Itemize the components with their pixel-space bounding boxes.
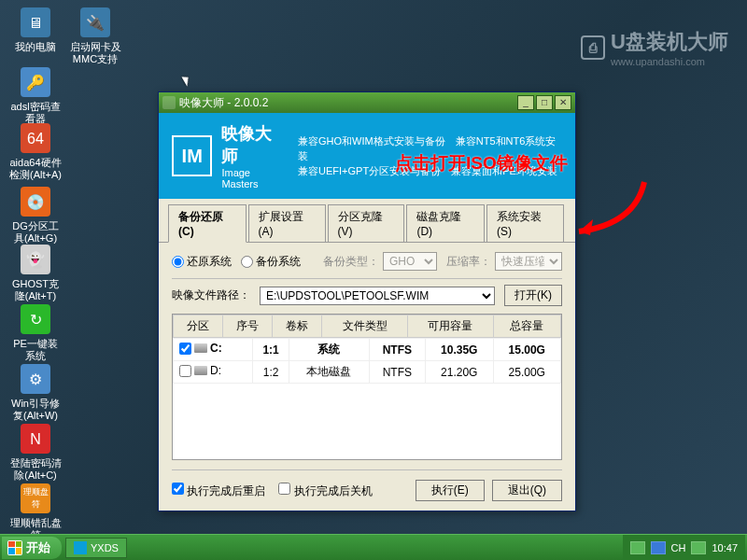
mouse-cursor: [181, 74, 191, 86]
radio-backup[interactable]: 备份系统: [241, 254, 301, 270]
logo-text-cn: 映像大师: [221, 122, 289, 167]
image-path-input[interactable]: E:\UPDSTOOL\PETOOLSF.WIM: [260, 287, 495, 305]
tab[interactable]: 备份还原(C): [168, 204, 247, 243]
maximize-button[interactable]: □: [536, 95, 553, 110]
table-row[interactable]: C:1:1系统NTFS10.35G15.00G: [174, 339, 561, 361]
tray-clock[interactable]: 10:47: [712, 542, 738, 553]
path-label: 映像文件路径：: [172, 287, 250, 303]
windows-logo-icon: [7, 540, 22, 555]
open-button[interactable]: 打开(K): [504, 285, 562, 306]
close-button[interactable]: ✕: [555, 95, 571, 110]
desktop-icon[interactable]: ↻PE一键装系统: [9, 304, 62, 362]
desktop-icon-label: DG分区工具(Alt+G): [9, 220, 62, 245]
compress-select: 快速压缩: [495, 252, 562, 271]
desktop-icon-label: Win引导修复(Alt+W): [9, 398, 62, 422]
exit-button[interactable]: 退出(Q): [492, 480, 562, 501]
desktop-icon[interactable]: 🔌启动网卡及MMC支持: [69, 7, 121, 65]
desktop-icon-glyph: 👻: [21, 245, 50, 274]
backup-type-select: GHO: [383, 252, 437, 271]
desktop-icon[interactable]: 🖥我的电脑: [9, 7, 62, 53]
desktop-icon-glyph: 🔑: [21, 67, 50, 97]
desktop-icon[interactable]: 🔑adsl密码查看器: [9, 67, 62, 125]
desktop-icon[interactable]: 💿DG分区工具(Alt+G): [9, 187, 62, 245]
drive-icon: [194, 343, 207, 353]
watermark: ⎙ U盘装机大师 www.upandashi.com: [581, 28, 728, 67]
tab[interactable]: 分区克隆(V): [328, 204, 405, 242]
tab[interactable]: 磁盘克隆(D): [406, 204, 485, 242]
tab[interactable]: 扩展设置(A): [248, 204, 326, 242]
desktop-icon-label: 我的电脑: [9, 41, 62, 53]
radio-restore[interactable]: 还原系统: [172, 254, 232, 270]
table-header[interactable]: 序号: [223, 315, 273, 338]
table-row[interactable]: D:1:2本地磁盘NTFS21.20G25.00G: [174, 361, 561, 384]
row-checkbox[interactable]: [179, 365, 191, 377]
desktop-icon-glyph: 64: [21, 123, 50, 153]
desktop-icon-label: PE一键装系统: [9, 338, 62, 362]
desktop-icon-label: GHOST克隆(Alt+T): [9, 278, 62, 302]
logo-text-en: Image Masters: [221, 167, 289, 189]
desktop-icon[interactable]: N登陆密码清除(Alt+C): [9, 424, 62, 482]
watermark-url: www.upandashi.com: [611, 56, 728, 67]
desktop-icon[interactable]: 64aida64硬件检测(Alt+A): [9, 123, 62, 181]
desktop-icon-glyph: N: [21, 424, 50, 454]
compress-label: 压缩率：: [446, 254, 491, 270]
table-header[interactable]: 分区: [174, 315, 223, 338]
tray-icon[interactable]: [691, 541, 706, 554]
tray-icon[interactable]: [630, 541, 645, 554]
desktop-icon-label: aida64硬件检测(Alt+A): [9, 157, 62, 181]
desktop-icon-label: adsl密码查看器: [9, 101, 62, 125]
desktop-icon-glyph: 🖥: [21, 7, 50, 37]
desktop-icon-glyph: ↻: [21, 304, 50, 334]
watermark-brand: U盘装机大师: [611, 30, 728, 53]
app-icon: [162, 96, 176, 109]
titlebar[interactable]: 映像大师 - 2.0.0.2 _ □ ✕: [159, 92, 575, 113]
tray-lang[interactable]: CH: [671, 542, 686, 553]
partition-table: 分区序号卷标文件类型可用容量总容量 C:1:1系统NTFS10.35G15.00…: [172, 314, 562, 460]
tab[interactable]: 系统安装(S): [486, 204, 564, 242]
panel-backup-restore: 还原系统 备份系统 备份类型： GHO 压缩率： 快速压缩: [159, 243, 575, 469]
desktop-icon-label: 启动网卡及MMC支持: [69, 41, 121, 65]
desktop-icon-glyph: 🔌: [80, 7, 110, 37]
table-header[interactable]: 卷标: [273, 315, 322, 338]
table-header[interactable]: 总容量: [493, 315, 560, 338]
desktop: 🖥我的电脑🔌启动网卡及MMC支持🔑adsl密码查看器64aida64硬件检测(A…: [0, 0, 747, 560]
backup-type-label: 备份类型：: [323, 254, 379, 270]
desktop-icon[interactable]: 👻GHOST克隆(Alt+T): [9, 245, 62, 302]
annotation-text: 点击打开ISO镜像文件: [395, 151, 568, 175]
minimize-button[interactable]: _: [517, 95, 534, 110]
row-checkbox[interactable]: [179, 343, 191, 355]
checkbox-shutdown[interactable]: 执行完成后关机: [278, 483, 372, 499]
footer: 执行完成后重启 执行完成后关机 执行(E) 退出(Q): [159, 470, 575, 511]
taskbar: 开始 YXDS CH 10:47: [0, 534, 747, 560]
logo-icon: IM: [172, 135, 212, 176]
taskbar-app-icon: [74, 541, 87, 554]
system-tray: CH 10:47: [623, 535, 745, 560]
start-button[interactable]: 开始: [2, 537, 62, 559]
table-header[interactable]: 文件类型: [322, 315, 408, 338]
desktop-icon-glyph: 💿: [21, 187, 50, 217]
tab-bar: 备份还原(C)扩展设置(A)分区克隆(V)磁盘克隆(D)系统安装(S): [159, 199, 575, 243]
table-header[interactable]: 可用容量: [407, 315, 493, 338]
desktop-icon-label: 登陆密码清除(Alt+C): [9, 457, 62, 482]
drive-icon: [194, 366, 207, 375]
taskbar-app-button[interactable]: YXDS: [65, 538, 127, 558]
desktop-icon[interactable]: ⚙Win引导修复(Alt+W): [9, 364, 62, 422]
execute-button[interactable]: 执行(E): [416, 480, 485, 501]
tray-lang-icon[interactable]: [651, 541, 666, 554]
checkbox-reboot[interactable]: 执行完成后重启: [172, 483, 265, 499]
desktop-icon[interactable]: 理顺盘符理顺错乱盘符: [9, 483, 62, 541]
window-title: 映像大师 - 2.0.0.2: [179, 95, 268, 111]
desktop-icon-glyph: ⚙: [21, 364, 50, 394]
watermark-icon: ⎙: [581, 35, 605, 60]
desktop-icon-glyph: 理顺盘符: [21, 483, 50, 513]
